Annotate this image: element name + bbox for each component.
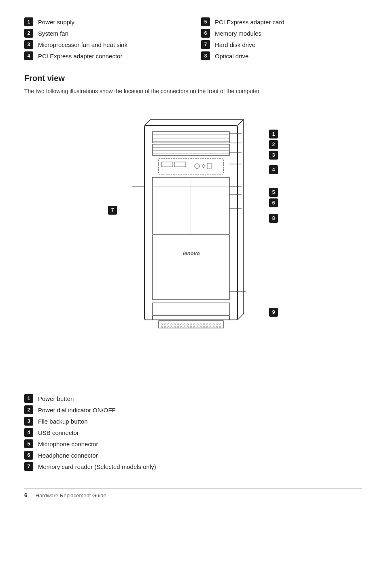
computer-diagram: lenovo: [120, 105, 258, 373]
badge-4: 4: [24, 51, 33, 60]
svg-point-34: [177, 324, 179, 325]
svg-rect-26: [153, 303, 229, 315]
badge-6: 6: [201, 29, 210, 38]
guide-title: Hardware Replacement Guide: [36, 492, 106, 499]
item-label: Headphone connector: [38, 452, 98, 459]
svg-rect-15: [159, 159, 223, 174]
svg-point-40: [197, 324, 198, 325]
svg-rect-20: [207, 163, 211, 169]
list-item: 1 Power button: [24, 393, 362, 404]
badge-5: 5: [201, 17, 210, 26]
diagram-wrapper: lenovo: [108, 105, 278, 381]
list-item: 2 System fan: [24, 28, 185, 39]
item-label: Memory card reader (Selected models only…: [38, 463, 156, 470]
item-label: Power dial indicator ON/OFF: [38, 407, 116, 413]
badge-8: 8: [201, 51, 210, 60]
svg-point-41: [200, 324, 201, 325]
callout-badge-7: 7: [108, 206, 117, 215]
svg-point-30: [164, 324, 166, 325]
badge-b3: 3: [24, 417, 33, 426]
callout-badge-3: 3: [269, 151, 278, 160]
svg-line-1: [144, 119, 151, 126]
svg-point-38: [190, 324, 192, 325]
svg-point-43: [206, 324, 208, 325]
svg-rect-16: [161, 162, 173, 167]
svg-point-29: [161, 324, 163, 325]
svg-point-32: [171, 324, 172, 325]
item-label: Hard disk drive: [215, 41, 255, 48]
badge-3: 3: [24, 40, 33, 49]
section-desc: The two following illustrations show the…: [24, 87, 362, 96]
item-label: Microprocessor fan and heat sink: [38, 41, 127, 48]
components-list: 1 Power supply 2 System fan 3 Microproce…: [24, 16, 362, 62]
diagram-container: lenovo: [24, 105, 362, 381]
badge-2: 2: [24, 29, 33, 38]
badge-b4: 4: [24, 428, 33, 437]
page-number: 6: [24, 492, 28, 499]
footer-bar: 6 Hardware Replacement Guide: [24, 488, 362, 499]
svg-point-36: [184, 324, 185, 325]
list-item: 3 File backup button: [24, 415, 362, 427]
list-item: 2 Power dial indicator ON/OFF: [24, 404, 362, 415]
list-item: 7 Hard disk drive: [201, 39, 362, 50]
callout-badge-8: 8: [269, 214, 278, 223]
right-column: 5 PCI Express adapter card 6 Memory modu…: [201, 16, 362, 62]
svg-point-33: [174, 324, 176, 325]
item-label: System fan: [38, 30, 68, 37]
svg-line-4: [238, 119, 244, 126]
badge-b6: 6: [24, 451, 33, 460]
svg-point-46: [216, 324, 218, 325]
svg-line-6: [238, 314, 244, 320]
list-item: 5 PCI Express adapter card: [201, 16, 362, 28]
callout-badge-5: 5: [269, 188, 278, 197]
item-label: File backup button: [38, 418, 88, 425]
callout-badge-9: 9: [269, 308, 278, 317]
svg-point-47: [219, 324, 221, 325]
callout-badge-6: 6: [269, 198, 278, 207]
item-label: Power supply: [38, 19, 74, 26]
right-callouts: 1 2 3 4 5 6 8: [269, 130, 278, 224]
svg-point-44: [210, 324, 211, 325]
list-item: 3 Microprocessor fan and heat sink: [24, 39, 185, 50]
badge-1: 1: [24, 17, 33, 26]
badge-b2: 2: [24, 405, 33, 414]
section-title: Front view: [24, 74, 362, 83]
svg-point-37: [187, 324, 189, 325]
callout-badge-2: 2: [269, 140, 278, 149]
svg-rect-17: [174, 162, 186, 167]
bottom-list: 1 Power button 2 Power dial indicator ON…: [24, 393, 362, 472]
badge-b5: 5: [24, 439, 33, 448]
list-item: 4 PCI Express adapter connector: [24, 50, 185, 62]
svg-point-18: [195, 164, 199, 168]
badge-7: 7: [201, 40, 210, 49]
svg-point-31: [168, 324, 169, 325]
callout-badge-1: 1: [269, 130, 278, 138]
bottom-callout: 9: [269, 308, 278, 317]
item-label: USB connector: [38, 429, 79, 436]
list-item: 5 Microphone connector: [24, 438, 362, 450]
list-item: 4 USB connector: [24, 427, 362, 438]
svg-rect-24: [153, 235, 229, 300]
list-item: 7 Memory card reader (Selected models on…: [24, 461, 362, 472]
callout-badge-4: 4: [269, 165, 278, 174]
item-label: Optical drive: [215, 53, 248, 60]
badge-b1: 1: [24, 394, 33, 403]
svg-point-39: [193, 324, 195, 325]
list-item: 1 Power supply: [24, 16, 185, 28]
list-item: 8 Optical drive: [201, 50, 362, 62]
svg-rect-28: [159, 321, 223, 328]
item-label: PCI Express adapter connector: [38, 53, 122, 60]
left-callout: 7: [108, 206, 117, 215]
svg-point-45: [213, 324, 214, 325]
left-column: 1 Power supply 2 System fan 3 Microproce…: [24, 16, 185, 62]
list-item: 6 Headphone connector: [24, 450, 362, 461]
item-label: PCI Express adapter card: [215, 19, 284, 26]
svg-point-19: [202, 165, 205, 168]
item-label: Memory modules: [215, 30, 261, 37]
svg-point-42: [203, 324, 205, 325]
svg-point-35: [180, 324, 182, 325]
svg-text:lenovo: lenovo: [183, 250, 200, 256]
badge-b7: 7: [24, 462, 33, 471]
list-item: 6 Memory modules: [201, 28, 362, 39]
item-label: Power button: [38, 395, 74, 402]
